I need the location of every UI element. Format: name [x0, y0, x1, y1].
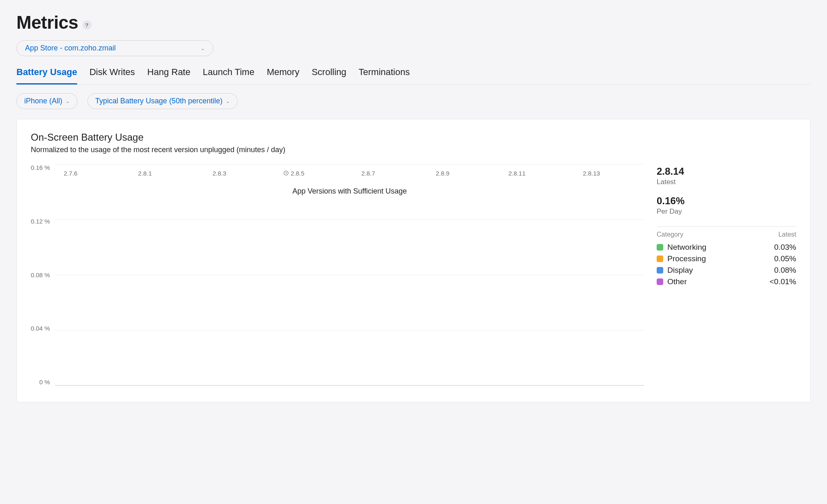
- tab-disk-writes[interactable]: Disk Writes: [89, 64, 135, 84]
- latest-panel: 2.8.14 Latest 0.16% Per Day Category Lat…: [657, 164, 796, 385]
- legend-name: Other: [667, 277, 687, 286]
- legend-name: Processing: [667, 254, 706, 263]
- chart-subtitle: Normalized to the usage of the most rece…: [31, 146, 796, 154]
- y-tick: 0.04 %: [31, 325, 50, 332]
- legend: Category Latest Networking0.03%Processin…: [657, 226, 796, 287]
- bars-area: [55, 164, 644, 385]
- y-tick: 0.12 %: [31, 218, 50, 225]
- legend-row: Display0.08%: [657, 265, 796, 276]
- tab-hang-rate[interactable]: Hang Rate: [147, 64, 190, 84]
- chevron-down-icon: ⌄: [201, 46, 205, 51]
- legend-name: Display: [667, 266, 693, 275]
- chart-card: On-Screen Battery Usage Normalized to th…: [16, 119, 811, 402]
- y-tick: 0.08 %: [31, 271, 50, 278]
- tab-launch-time[interactable]: Launch Time: [203, 64, 254, 84]
- tab-battery-usage[interactable]: Battery Usage: [16, 64, 77, 84]
- app-selector[interactable]: App Store - com.zoho.zmail ⌄: [16, 40, 213, 56]
- device-filter-label: iPhone (All): [24, 97, 62, 105]
- latest-value-sub: Per Day: [657, 208, 796, 216]
- legend-row: Other<0.01%: [657, 276, 796, 287]
- legend-swatch: [657, 255, 663, 262]
- latest-value: 0.16%: [657, 195, 796, 207]
- legend-row: Networking0.03%: [657, 242, 796, 253]
- legend-header-left: Category: [657, 231, 683, 238]
- app-selector-label: App Store - com.zoho.zmail: [25, 44, 116, 52]
- legend-value: 0.08%: [774, 266, 796, 275]
- legend-value: 0.05%: [774, 254, 796, 263]
- latest-version-sub: Latest: [657, 178, 796, 186]
- chevron-down-icon: ⌄: [66, 98, 70, 104]
- chart-title: On-Screen Battery Usage: [31, 132, 796, 143]
- legend-header-right: Latest: [778, 231, 796, 238]
- legend-swatch: [657, 244, 663, 251]
- legend-swatch: [657, 278, 663, 285]
- y-tick: 0 %: [39, 379, 50, 385]
- y-axis: 0.16 %0.12 %0.08 %0.04 %0 %: [31, 164, 55, 385]
- device-filter[interactable]: iPhone (All) ⌄: [16, 93, 78, 109]
- tab-memory[interactable]: Memory: [267, 64, 299, 84]
- percentile-filter-label: Typical Battery Usage (50th percentile): [95, 97, 222, 105]
- chevron-down-icon: ⌄: [226, 98, 230, 104]
- metric-tabs: Battery UsageDisk WritesHang RateLaunch …: [16, 64, 811, 85]
- latest-version: 2.8.14: [657, 166, 796, 177]
- y-tick: 0.16 %: [31, 164, 50, 171]
- page-title: Metrics: [16, 12, 78, 33]
- legend-value: 0.03%: [774, 243, 796, 252]
- tab-terminations[interactable]: Terminations: [359, 64, 410, 84]
- legend-row: Processing0.05%: [657, 253, 796, 265]
- legend-name: Networking: [667, 243, 706, 252]
- tab-scrolling[interactable]: Scrolling: [312, 64, 346, 84]
- help-icon[interactable]: ?: [82, 21, 92, 30]
- legend-value: <0.01%: [770, 277, 796, 286]
- percentile-filter[interactable]: Typical Battery Usage (50th percentile) …: [87, 93, 238, 109]
- legend-swatch: [657, 267, 663, 274]
